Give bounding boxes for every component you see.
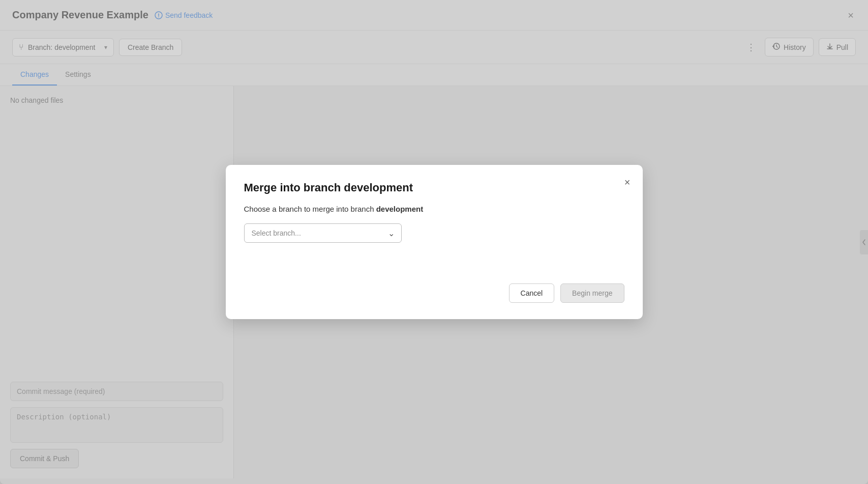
dialog-desc-branch: development [376, 205, 424, 213]
dialog-description: Choose a branch to merge into branch dev… [244, 205, 624, 213]
branch-select-wrapper: Select branch... [244, 223, 402, 243]
dialog-footer: Cancel Begin merge [244, 283, 624, 303]
merge-dialog: × Merge into branch development Choose a… [226, 165, 643, 319]
modal-overlay: × Merge into branch development Choose a… [0, 0, 868, 484]
dialog-desc-prefix: Choose a branch to merge into branch [244, 205, 376, 213]
main-panel: Company Revenue Example Send feedback × … [0, 0, 868, 484]
dialog-close-button[interactable]: × [622, 175, 633, 189]
dialog-title: Merge into branch development [244, 181, 624, 194]
begin-merge-button[interactable]: Begin merge [560, 283, 624, 303]
cancel-button[interactable]: Cancel [509, 283, 555, 303]
branch-select[interactable]: Select branch... [244, 223, 402, 243]
